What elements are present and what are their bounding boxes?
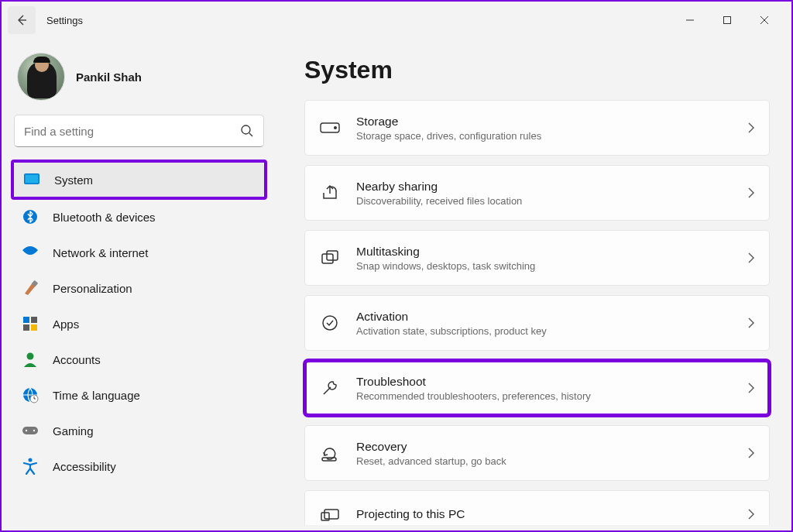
card-title: Projecting to this PC — [356, 507, 732, 521]
sidebar: Pankil Shah System Bluetooth & devices — [2, 39, 276, 530]
nav-item-apps[interactable]: Apps — [12, 307, 266, 341]
titlebar: Settings — [2, 2, 791, 39]
card-desc: Snap windows, desktops, task switching — [356, 260, 732, 272]
user-account-block[interactable]: Pankil Shah — [12, 50, 266, 115]
svg-line-5 — [249, 133, 252, 136]
svg-rect-12 — [31, 317, 37, 323]
nav-label: Accessibility — [53, 460, 116, 473]
svg-rect-11 — [23, 317, 29, 323]
svg-rect-24 — [322, 254, 333, 263]
nav-item-gaming[interactable]: Gaming — [12, 414, 266, 448]
share-icon — [319, 182, 341, 204]
page-heading: System — [304, 56, 770, 84]
card-desc: Storage space, drives, configuration rul… — [356, 130, 732, 142]
card-title: Nearby sharing — [356, 180, 732, 194]
card-title: Multitasking — [356, 245, 732, 259]
close-button[interactable] — [754, 10, 774, 30]
nav-label: System — [54, 173, 93, 187]
search-box[interactable] — [14, 115, 264, 147]
card-troubleshoot[interactable]: Troubleshoot Recommended troubleshooters… — [304, 360, 770, 416]
svg-point-26 — [323, 316, 337, 330]
chevron-right-icon — [747, 122, 755, 134]
svg-point-4 — [242, 125, 250, 134]
chevron-right-icon — [747, 447, 755, 459]
highlight-system: System — [11, 160, 267, 200]
svg-point-19 — [26, 430, 27, 431]
nav-item-accessibility[interactable]: Accessibility — [12, 449, 266, 483]
card-desc: Activation state, subscriptions, product… — [356, 325, 732, 337]
card-title: Activation — [356, 310, 732, 324]
nav-label: Accounts — [53, 353, 101, 366]
window-controls — [680, 10, 785, 30]
svg-point-15 — [27, 353, 34, 360]
paintbrush-icon — [22, 280, 39, 297]
card-recovery[interactable]: Recovery Reset, advanced startup, go bac… — [304, 425, 770, 481]
nav-item-system[interactable]: System — [14, 163, 264, 197]
search-icon — [240, 124, 254, 138]
svg-rect-13 — [23, 324, 29, 331]
bluetooth-icon — [22, 208, 39, 225]
projecting-icon — [319, 503, 341, 525]
nav-item-bluetooth[interactable]: Bluetooth & devices — [12, 200, 266, 234]
storage-icon — [319, 117, 341, 139]
multitask-icon — [319, 247, 341, 269]
svg-rect-7 — [26, 175, 39, 184]
card-title: Troubleshoot — [356, 375, 732, 389]
chevron-right-icon — [747, 382, 755, 394]
recovery-icon — [319, 442, 341, 464]
maximize-button[interactable] — [717, 10, 737, 30]
main-content: System Storage Storage space, drives, co… — [276, 39, 791, 530]
chevron-right-icon — [747, 317, 755, 329]
chevron-right-icon — [747, 187, 755, 199]
card-storage[interactable]: Storage Storage space, drives, configura… — [304, 100, 770, 156]
wifi-icon — [22, 244, 39, 261]
app-title: Settings — [46, 15, 83, 26]
svg-point-21 — [29, 458, 33, 462]
nav-item-time-language[interactable]: Time & language — [12, 378, 266, 412]
back-button[interactable] — [8, 6, 36, 34]
card-desc: Discoverability, received files location — [356, 195, 732, 207]
svg-point-20 — [33, 430, 35, 431]
card-title: Recovery — [356, 440, 732, 454]
nav-label: Bluetooth & devices — [53, 211, 156, 224]
nav-label: Network & internet — [53, 246, 148, 259]
nav-item-personalization[interactable]: Personalization — [12, 271, 266, 305]
settings-cards: Storage Storage space, drives, configura… — [304, 100, 770, 525]
nav-label: Apps — [53, 317, 79, 331]
globe-clock-icon — [22, 386, 39, 403]
card-desc: Reset, advanced startup, go back — [356, 455, 732, 467]
svg-point-23 — [335, 127, 337, 129]
minimize-button[interactable] — [680, 10, 700, 30]
nav-label: Personalization — [53, 282, 132, 295]
accessibility-icon — [22, 458, 39, 475]
chevron-right-icon — [747, 252, 755, 264]
search-input[interactable] — [24, 125, 240, 138]
chevron-right-icon — [747, 508, 755, 520]
card-projecting[interactable]: Projecting to this PC — [304, 490, 770, 525]
person-icon — [22, 351, 39, 368]
checkmark-circle-icon — [319, 312, 341, 334]
wrench-icon — [319, 377, 341, 399]
user-name: Pankil Shah — [76, 70, 142, 84]
svg-rect-28 — [324, 510, 338, 519]
system-icon — [23, 171, 40, 188]
card-title: Storage — [356, 115, 732, 129]
svg-rect-18 — [22, 427, 38, 434]
avatar — [17, 53, 65, 101]
nav-item-accounts[interactable]: Accounts — [12, 342, 266, 376]
svg-rect-14 — [31, 324, 37, 331]
gamepad-icon — [22, 422, 39, 439]
card-desc: Recommended troubleshooters, preferences… — [356, 390, 732, 402]
card-nearby-sharing[interactable]: Nearby sharing Discoverability, received… — [304, 165, 770, 221]
nav-label: Time & language — [53, 389, 140, 402]
svg-rect-1 — [724, 17, 731, 24]
apps-icon — [22, 315, 39, 332]
nav-label: Gaming — [53, 424, 94, 438]
card-activation[interactable]: Activation Activation state, subscriptio… — [304, 295, 770, 351]
arrow-left-icon — [15, 14, 28, 26]
card-multitasking[interactable]: Multitasking Snap windows, desktops, tas… — [304, 230, 770, 286]
nav-list: System Bluetooth & devices Network & int… — [12, 161, 266, 483]
svg-rect-25 — [327, 251, 338, 260]
nav-item-network[interactable]: Network & internet — [12, 235, 266, 269]
